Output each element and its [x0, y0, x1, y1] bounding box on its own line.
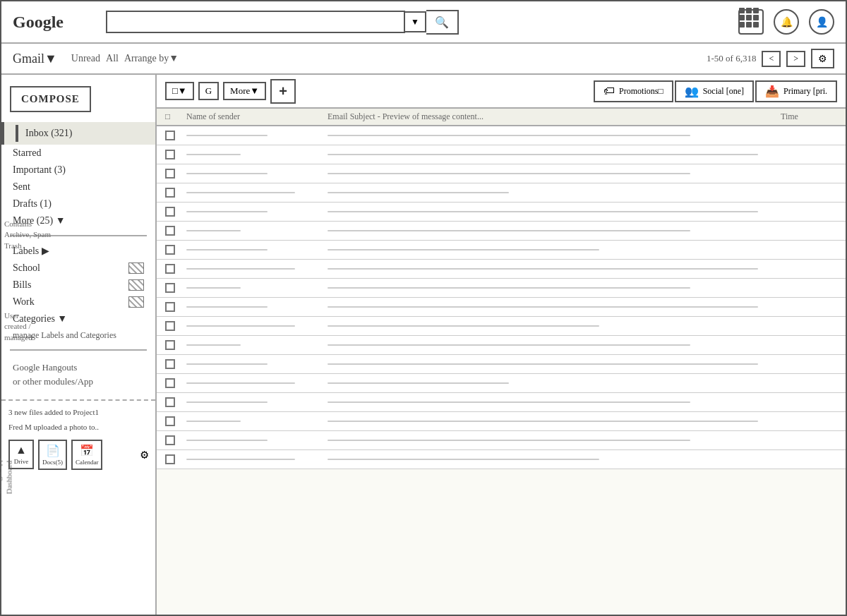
select-checkbox-button[interactable]: □▼: [165, 82, 194, 100]
email-checkbox[interactable]: [165, 416, 175, 426]
email-checkbox[interactable]: [165, 264, 175, 274]
table-row[interactable]: [157, 203, 846, 222]
email-sender: [186, 381, 328, 385]
email-checkbox[interactable]: [165, 150, 175, 159]
email-subject: [328, 457, 781, 461]
search-input[interactable]: [106, 11, 405, 33]
table-row[interactable]: [157, 145, 846, 164]
email-subject: [328, 248, 781, 252]
table-row[interactable]: [157, 393, 846, 412]
dashboard-gear-icon[interactable]: ⚙: [140, 447, 148, 462]
sidebar-item-important[interactable]: Important (3): [1, 162, 155, 179]
tab-promotions[interactable]: 🏷 Promotions□: [594, 80, 673, 102]
email-checkbox[interactable]: [165, 378, 175, 388]
email-checkbox[interactable]: [165, 359, 175, 369]
email-checkbox[interactable]: [165, 226, 175, 236]
sidebar-item-sent[interactable]: Sent: [1, 179, 155, 195]
email-checkbox[interactable]: [165, 131, 175, 140]
email-subject: [328, 133, 781, 138]
dashboard-notification-2: Fred M uploaded a photo to..: [1, 420, 155, 435]
school-label-color: [128, 262, 144, 274]
search-dropdown-button[interactable]: ▼: [405, 11, 426, 32]
sidebar-item-more[interactable]: More (25) ▼: [1, 212, 155, 229]
avatar-icon[interactable]: 👤: [809, 9, 834, 35]
email-checkbox[interactable]: [165, 435, 175, 445]
dashboard-notification-1: 3 new files added to Project1: [1, 405, 155, 420]
search-button[interactable]: 🔍: [426, 10, 459, 35]
email-checkbox[interactable]: [165, 283, 175, 293]
sidebar-divider-2: [10, 349, 147, 351]
table-row[interactable]: [157, 317, 846, 336]
email-subject: [328, 438, 781, 442]
table-row[interactable]: [157, 183, 846, 203]
tab-social[interactable]: 👥 Social [one]: [675, 80, 754, 102]
table-row[interactable]: [157, 355, 846, 374]
app-icon-docs[interactable]: 📄 Docs(5): [38, 440, 67, 470]
email-sender: [186, 438, 328, 442]
drive-icon: ▲: [16, 444, 27, 457]
manage-labels-link[interactable]: manage Labels and Categories: [1, 327, 155, 344]
next-page-button[interactable]: >: [786, 51, 805, 67]
email-checkbox[interactable]: [165, 397, 175, 407]
app-icon-calendar[interactable]: 📅 Calendar: [71, 440, 102, 470]
google-logo: Google: [13, 13, 83, 32]
email-sender: [186, 152, 328, 157]
email-checkbox[interactable]: [165, 169, 175, 179]
table-row[interactable]: [157, 450, 846, 469]
email-checkbox[interactable]: [165, 302, 175, 312]
table-row[interactable]: [157, 222, 846, 241]
email-list: □ Name of sender Email Subject - Preview…: [157, 109, 846, 616]
refresh-button[interactable]: G: [198, 82, 219, 100]
add-tab-button[interactable]: +: [270, 79, 296, 104]
table-row[interactable]: [157, 374, 846, 393]
subheader: Gmail▼ Unread All Arrange by▼ 1-50 of 6,…: [1, 44, 846, 75]
sidebar-item-starred[interactable]: Starred: [1, 145, 155, 162]
email-checkbox[interactable]: [165, 340, 175, 350]
email-subject: [328, 267, 781, 271]
table-row[interactable]: [157, 298, 846, 317]
sidebar-item-work[interactable]: Work: [1, 294, 155, 310]
app-icon-drive[interactable]: ▲ Drive: [8, 440, 34, 469]
email-checkbox[interactable]: [165, 321, 175, 331]
filter-arrange[interactable]: Arrange by▼: [124, 53, 179, 64]
gmail-label[interactable]: Gmail▼: [13, 52, 57, 66]
compose-button[interactable]: COMPOSE: [10, 86, 91, 112]
pagination-label: 1-50 of 6,318: [707, 53, 756, 64]
categories-header[interactable]: Categories ▼: [1, 310, 155, 327]
labels-section-header[interactable]: Labels ▶: [1, 242, 155, 260]
filter-unread[interactable]: Unread: [71, 53, 100, 64]
calendar-icon: 📅: [80, 444, 94, 457]
email-header-checkbox-col: □: [165, 111, 186, 122]
table-row[interactable]: [157, 431, 846, 450]
table-row[interactable]: [157, 279, 846, 298]
promotions-tab-icon: 🏷: [603, 85, 615, 97]
email-subject: [328, 381, 781, 385]
sidebar-item-inbox[interactable]: Inbox (321): [1, 122, 155, 145]
table-row[interactable]: [157, 241, 846, 260]
table-row[interactable]: [157, 126, 846, 145]
email-sender: [186, 400, 328, 404]
filter-all[interactable]: All: [106, 53, 119, 64]
email-checkbox[interactable]: [165, 188, 175, 198]
email-sender: [186, 457, 328, 461]
sidebar-item-bills[interactable]: Bills: [1, 277, 155, 294]
table-row[interactable]: [157, 412, 846, 431]
notifications-icon[interactable]: 🔔: [774, 9, 799, 35]
sidebar-item-school[interactable]: School: [1, 260, 155, 277]
grid-apps-icon[interactable]: [738, 9, 764, 35]
email-subject: [328, 286, 781, 290]
email-checkbox[interactable]: [165, 207, 175, 217]
table-row[interactable]: [157, 260, 846, 279]
table-row[interactable]: [157, 336, 846, 355]
sidebar-divider-1: [10, 235, 147, 236]
settings-icon-button[interactable]: ⚙: [811, 49, 834, 68]
email-checkbox[interactable]: [165, 245, 175, 255]
header-right: 🔔 👤: [738, 9, 834, 35]
email-sender: [186, 248, 328, 252]
sidebar-item-drafts[interactable]: Drafts (1): [1, 195, 155, 212]
table-row[interactable]: [157, 164, 846, 183]
more-options-button[interactable]: More▼: [223, 82, 266, 100]
tab-primary[interactable]: 📥 Primary [pri.: [755, 80, 837, 102]
prev-page-button[interactable]: <: [762, 51, 781, 67]
email-checkbox[interactable]: [165, 454, 175, 464]
